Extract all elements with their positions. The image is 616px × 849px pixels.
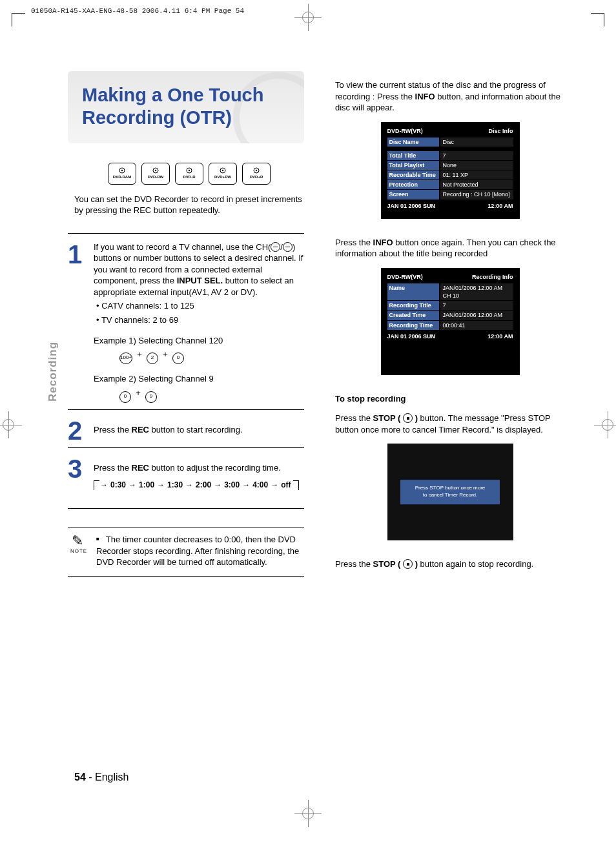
svg-point-7 [222, 170, 223, 171]
step-number-3: 3 [68, 458, 85, 501]
title-box: Making a One Touch Recording (OTR) [68, 71, 304, 143]
stop-heading: To stop recording [335, 393, 565, 405]
page-title: Making a One Touch Recording (OTR) [82, 84, 290, 129]
right-p1: To view the current status of the disc a… [335, 79, 565, 114]
svg-point-9 [256, 170, 257, 171]
right-p2: Press the INFO button once again. Then y… [335, 237, 565, 260]
registration-mark-top [298, 8, 318, 27]
stop-icon-2 [403, 559, 413, 569]
badge-dvd-rw: DVD-RW [141, 163, 170, 185]
hundred-plus-icon: 100+ [119, 353, 132, 364]
note-bullet: ■ [96, 536, 99, 542]
disc-badges: DVD-RAM DVD-RW DVD-R DVD+RW DVD+R [74, 163, 304, 185]
note-text: The timer counter decreases to 0:00, the… [96, 535, 299, 567]
badge-dvd-plus-rw: DVD+RW [209, 163, 237, 185]
intro-text: You can set the DVD Recorder to record i… [74, 194, 304, 216]
digit-2-icon: 2 [147, 353, 158, 364]
page-footer: 54 - English [74, 770, 129, 784]
rec-label-3: REC [132, 463, 149, 473]
badge-dvd-ram: DVD-RAM [108, 163, 136, 185]
svg-point-1 [121, 170, 123, 171]
registration-mark-bottom [298, 804, 318, 823]
tv-range: • TV channels: 2 to 69 [96, 314, 304, 326]
note-label: NOTE [68, 548, 90, 555]
info-label-1: INFO [415, 92, 435, 101]
step-1: 1 If you want to record a TV channel, us… [68, 233, 304, 403]
digit-0-icon: 0 [172, 353, 184, 364]
ch-up-icon [271, 242, 280, 252]
ch-down-icon [283, 242, 293, 252]
info-label-2: INFO [373, 238, 393, 247]
osd-recording-info: DVD-RW(VR)Recording Info NameJAN/01/2006… [381, 268, 520, 375]
step2-post: button to start recording. [149, 425, 243, 435]
time-chain: →0:30→1:00→1:30→2:00→3:00→4:00→off [94, 480, 304, 490]
registration-mark-left [0, 415, 18, 435]
osd-disc-info: DVD-RW(VR)Disc Info Disc NameDisc Total … [381, 122, 520, 219]
crop-mark-tl [12, 13, 25, 26]
example-1: Example 1) Selecting Channel 120 100+ + … [94, 335, 304, 365]
step-number-2: 2 [68, 420, 85, 441]
step-number-1: 1 [68, 244, 85, 403]
note-icon: ✎ [68, 534, 87, 548]
stop-p2: Press the STOP ( ) button again to stop … [335, 558, 565, 570]
input-sel-label: INPUT SEL. [177, 276, 223, 285]
svg-point-5 [189, 170, 190, 171]
note-block: ✎ NOTE ■The timer counter decreases to 0… [68, 527, 304, 577]
print-header: 01050A-R145-XAA-ENG-48-58 2006.4.11 6:4 … [31, 6, 244, 16]
step2-pre: Press the [94, 425, 132, 435]
catv-range: • CATV channels: 1 to 125 [96, 300, 304, 312]
registration-mark-right [598, 415, 616, 435]
section-sidecap: Recording [46, 342, 61, 402]
right-column: To view the current status of the disc a… [335, 71, 565, 578]
step3-pre: Press the [94, 463, 132, 473]
stop-p1: Press the STOP ( ) button. The message "… [335, 413, 565, 435]
example-2: Example 2) Selecting Channel 9 0 + 9 [94, 373, 304, 403]
crop-mark-tr [591, 13, 604, 26]
digit-9-icon: 9 [145, 391, 157, 403]
step1-text-a: If you want to record a TV channel, use … [94, 242, 271, 252]
svg-point-3 [155, 170, 156, 171]
osd-stop-message: Press STOP button once more to cancel Ti… [387, 444, 513, 540]
stop-icon [403, 413, 413, 423]
badge-dvd-r: DVD-R [175, 163, 203, 185]
step-3: 3 Press the REC button to adjust the rec… [68, 447, 304, 501]
step-2: 2 Press the REC button to start recordin… [68, 409, 304, 441]
left-column: Making a One Touch Recording (OTR) DVD-R… [74, 71, 304, 578]
digit-0b-icon: 0 [119, 391, 131, 403]
rec-label-2: REC [132, 425, 149, 435]
step3-post: button to adjust the recording time. [149, 463, 281, 473]
badge-dvd-plus-r: DVD+R [242, 163, 271, 185]
